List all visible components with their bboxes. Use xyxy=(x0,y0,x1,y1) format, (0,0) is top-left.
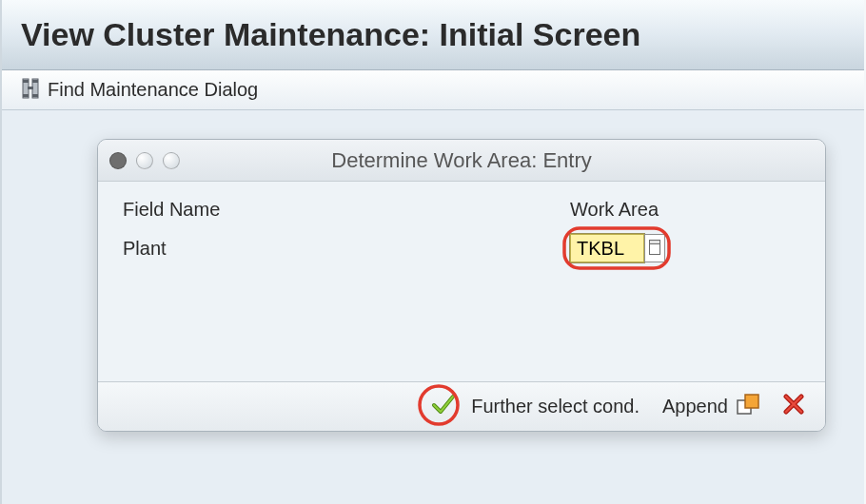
column-headers: Field Name Work Area xyxy=(123,199,800,221)
window-close-button[interactable] xyxy=(109,152,127,169)
dialog-footer: Further select cond. Append xyxy=(98,381,825,431)
dialog-titlebar: Determine Work Area: Entry xyxy=(98,140,825,182)
overlap-squares-icon xyxy=(736,393,760,420)
append-button[interactable]: Append xyxy=(659,391,764,422)
header-work-area: Work Area xyxy=(570,199,800,221)
svg-rect-3 xyxy=(32,80,38,83)
page-icon xyxy=(649,238,660,260)
cancel-button[interactable] xyxy=(779,392,808,421)
plant-work-area-input[interactable] xyxy=(570,234,644,262)
svg-rect-12 xyxy=(745,395,758,408)
svg-rect-5 xyxy=(32,94,38,97)
value-cell-plant xyxy=(570,234,665,262)
work-area-dialog: Determine Work Area: Entry Field Name Wo… xyxy=(97,139,826,432)
checkmark-icon xyxy=(431,392,456,421)
svg-rect-6 xyxy=(28,87,33,89)
footer-left-group: Further select cond. xyxy=(427,390,643,423)
svg-rect-2 xyxy=(23,80,29,83)
window-controls xyxy=(109,152,180,169)
page-title: View Cluster Maintenance: Initial Screen xyxy=(21,16,640,53)
title-bar: View Cluster Maintenance: Initial Screen xyxy=(2,0,864,70)
window-minimize-button[interactable] xyxy=(136,152,153,169)
dialog-title: Determine Work Area: Entry xyxy=(98,148,825,173)
svg-rect-4 xyxy=(23,94,29,97)
value-help-button[interactable] xyxy=(644,234,665,262)
field-label-plant: Plant xyxy=(123,238,570,260)
window-maximize-button[interactable] xyxy=(163,152,180,169)
header-field-name: Field Name xyxy=(123,199,570,221)
find-icon xyxy=(19,77,42,104)
content-area: Determine Work Area: Entry Field Name Wo… xyxy=(2,110,864,504)
append-label: Append xyxy=(662,396,728,417)
confirm-button[interactable] xyxy=(427,390,460,423)
application-toolbar: Find Maintenance Dialog xyxy=(2,70,864,110)
further-select-cond-button[interactable]: Further select cond. xyxy=(467,394,643,419)
find-maintenance-dialog-button[interactable]: Find Maintenance Dialog xyxy=(13,75,264,106)
svg-rect-8 xyxy=(650,240,660,243)
find-maintenance-dialog-label: Find Maintenance Dialog xyxy=(48,79,258,101)
cancel-x-icon xyxy=(783,394,804,419)
further-select-cond-label: Further select cond. xyxy=(471,396,640,417)
criteria-row: Plant xyxy=(123,234,800,262)
dialog-body: Field Name Work Area Plant xyxy=(98,182,825,381)
main-window: View Cluster Maintenance: Initial Screen… xyxy=(0,0,864,504)
